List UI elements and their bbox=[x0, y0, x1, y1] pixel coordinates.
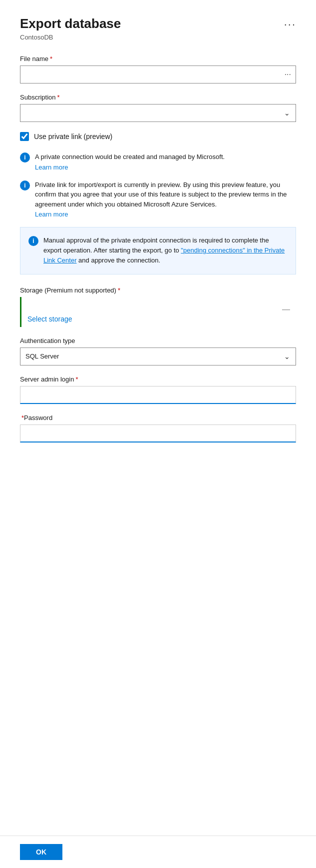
learn-more-link-1[interactable]: Learn more bbox=[35, 164, 225, 171]
info-block-1: i A private connection would be created … bbox=[20, 152, 296, 171]
server-admin-login-group: Server admin login* bbox=[20, 376, 296, 404]
select-storage-link[interactable]: Select storage bbox=[27, 315, 72, 323]
password-input[interactable] bbox=[20, 424, 296, 442]
auth-type-select-wrapper: SQL Server Azure Active Directory ⌄ bbox=[20, 348, 296, 366]
storage-wrapper: Select storage — bbox=[20, 297, 296, 327]
required-indicator-login: * bbox=[75, 376, 78, 383]
header-row: Export database ··· bbox=[20, 16, 296, 32]
storage-field: Select storage bbox=[20, 297, 296, 327]
required-indicator: * bbox=[50, 55, 52, 62]
subscription-select[interactable] bbox=[20, 104, 296, 122]
storage-dash-icon: — bbox=[282, 305, 290, 314]
private-link-label[interactable]: Use private link (preview) bbox=[34, 132, 112, 140]
info-icon-notice: i bbox=[28, 236, 38, 246]
info-text-2: Private link for import/export is curren… bbox=[35, 180, 296, 218]
private-link-checkbox[interactable] bbox=[20, 132, 29, 141]
learn-more-link-2[interactable]: Learn more bbox=[35, 210, 296, 218]
private-link-row: Use private link (preview) bbox=[20, 132, 296, 141]
auth-type-label: Authentication type bbox=[20, 337, 296, 344]
file-name-label: File name* bbox=[20, 55, 296, 62]
info-block-2: i Private link for import/export is curr… bbox=[20, 180, 296, 218]
server-admin-login-label: Server admin login* bbox=[20, 376, 296, 383]
subscription-select-wrapper: ⌄ bbox=[20, 104, 296, 122]
subtitle: ContosoDB bbox=[20, 34, 296, 41]
ok-button[interactable]: OK bbox=[20, 844, 62, 860]
file-name-input[interactable] bbox=[20, 66, 296, 84]
auth-type-group: Authentication type SQL Server Azure Act… bbox=[20, 337, 296, 366]
storage-group: Storage (Premium not supported)* Select … bbox=[20, 286, 296, 327]
subscription-group: Subscription* ⌄ bbox=[20, 94, 296, 122]
info-text-1: A private connection would be created an… bbox=[35, 152, 225, 171]
info-icon-2: i bbox=[20, 180, 30, 190]
required-indicator-sub: * bbox=[57, 94, 60, 101]
info-icon-1: i bbox=[20, 152, 30, 162]
subscription-label: Subscription* bbox=[20, 94, 296, 101]
server-admin-login-input[interactable] bbox=[20, 386, 296, 404]
password-label: *Password bbox=[20, 414, 296, 422]
notice-text: Manual approval of the private endpoint … bbox=[43, 236, 288, 266]
notice-box: i Manual approval of the private endpoin… bbox=[20, 227, 296, 274]
file-name-group: File name* ··· bbox=[20, 55, 296, 84]
bottom-bar: OK bbox=[0, 836, 316, 868]
more-options-icon[interactable]: ··· bbox=[284, 18, 296, 31]
file-name-input-wrapper: ··· bbox=[20, 66, 296, 84]
page-title: Export database bbox=[20, 16, 121, 32]
required-indicator-storage: * bbox=[118, 286, 120, 294]
auth-type-select[interactable]: SQL Server Azure Active Directory bbox=[20, 348, 296, 366]
password-group: *Password bbox=[20, 414, 296, 442]
export-database-panel: Export database ··· ContosoDB File name*… bbox=[0, 0, 316, 868]
storage-label: Storage (Premium not supported)* bbox=[20, 286, 296, 294]
